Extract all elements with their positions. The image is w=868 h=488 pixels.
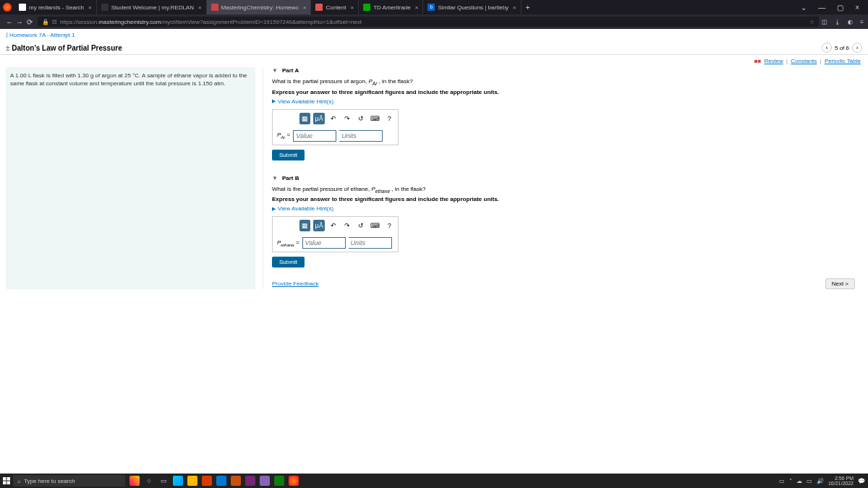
bookmark-icon[interactable]: ☆: [809, 19, 814, 25]
tray-app-icon[interactable]: ▭: [779, 478, 785, 484]
close-button[interactable]: ×: [849, 4, 865, 12]
new-tab-button[interactable]: +: [522, 4, 535, 12]
redo-button[interactable]: ↷: [341, 113, 352, 124]
close-icon[interactable]: ×: [350, 4, 354, 11]
close-icon[interactable]: ×: [303, 4, 307, 11]
reset-button[interactable]: ↺: [356, 220, 367, 231]
lock-icon: 🔒: [42, 19, 49, 25]
explorer-icon[interactable]: [187, 476, 197, 486]
tab-label: TD Ameritrade: [373, 4, 411, 11]
task-view-icon[interactable]: ▭: [158, 476, 169, 486]
caret-down-icon: ▼: [272, 67, 278, 74]
pocket-icon[interactable]: ◫: [822, 19, 827, 25]
part-b-hints[interactable]: View Available Hint(s): [272, 205, 862, 212]
periodic-table-link[interactable]: Periodic Table: [825, 58, 861, 64]
search-placeholder: Type here to search: [24, 478, 75, 484]
forward-button[interactable]: →: [14, 18, 25, 26]
part-b-submit-button[interactable]: Submit: [272, 257, 305, 267]
part-a-submit-button[interactable]: Submit: [272, 150, 305, 160]
help-button[interactable]: ?: [384, 220, 395, 231]
back-button[interactable]: ←: [4, 18, 14, 26]
office-icon[interactable]: [202, 476, 212, 486]
part-a-value-input[interactable]: [293, 130, 336, 142]
browser-nav-bar: ← → ⟳ 🔒 ⊟ https://session.masteringchemi…: [0, 14, 868, 29]
breadcrumb-link[interactable]: Homework 7A - Attempt 1: [6, 32, 75, 38]
news-icon[interactable]: [129, 476, 140, 486]
time-text: 2:56 PM: [828, 476, 854, 481]
tab-mastering[interactable]: MasteringChemistry: Homewo ×: [207, 0, 312, 14]
notifications-icon[interactable]: 💬: [858, 478, 865, 484]
close-icon[interactable]: ×: [88, 4, 92, 11]
help-button[interactable]: ?: [384, 113, 395, 124]
grid-icon: [101, 4, 109, 11]
close-icon[interactable]: ×: [513, 4, 516, 11]
part-b-header[interactable]: ▼ Part B: [272, 175, 862, 181]
volume-icon[interactable]: 🔊: [817, 478, 824, 484]
part-b-units-input[interactable]: [349, 237, 392, 249]
chevron-up-icon[interactable]: ˄: [789, 478, 792, 484]
tab-search[interactable]: my redlands - Search ×: [14, 0, 97, 14]
part-b-toolbar: ▦ μÅ ↶ ↷ ↺ ⌨ ?: [273, 217, 398, 234]
keyboard-button[interactable]: ⌨: [370, 220, 380, 231]
reset-button[interactable]: ↺: [356, 113, 367, 124]
cortana-icon[interactable]: ○: [144, 476, 154, 486]
part-a-units-input[interactable]: [339, 130, 383, 142]
keyboard-button[interactable]: ⌨: [370, 113, 380, 124]
next-page-button[interactable]: ›: [852, 43, 862, 53]
tab-td[interactable]: TD Ameritrade ×: [359, 0, 423, 14]
part-a-hints[interactable]: View Available Hint(s): [272, 98, 862, 105]
chevron-down-icon[interactable]: ⌄: [795, 4, 812, 12]
part-b-title: Part B: [282, 175, 299, 181]
app-icon[interactable]: [231, 476, 241, 486]
taskbar-search[interactable]: ⌕ Type here to search: [13, 475, 125, 487]
firefox-taskbar-icon[interactable]: [289, 476, 299, 486]
firefox-icon: [3, 3, 12, 12]
undo-button[interactable]: ↶: [328, 113, 339, 124]
menu-icon[interactable]: ≡: [860, 19, 864, 25]
svg-rect-3: [7, 481, 11, 485]
bartleby-icon: b: [427, 4, 435, 11]
part-a-variable: PAr =: [277, 132, 290, 140]
prev-button[interactable]: ‹: [822, 43, 832, 53]
template-button[interactable]: ▦: [299, 220, 310, 231]
close-icon[interactable]: ×: [415, 4, 419, 11]
url-bar[interactable]: 🔒 ⊟ https://session.masteringchemistry.c…: [38, 17, 819, 27]
xbox-icon[interactable]: [274, 476, 284, 486]
start-button[interactable]: [0, 474, 13, 487]
undo-button[interactable]: ↶: [328, 220, 339, 231]
tab-label: Student Welcome | my.REDLAN: [111, 4, 194, 11]
windows-taskbar: ⌕ Type here to search ○ ▭ ▭ ˄ ☁ ▭ 🔊 2:56…: [0, 474, 868, 488]
review-link[interactable]: Review: [765, 58, 783, 64]
onedrive-icon[interactable]: ☁: [796, 478, 802, 484]
app2-icon[interactable]: [245, 476, 255, 486]
provide-feedback-link[interactable]: Provide Feedback: [272, 281, 318, 287]
template-button[interactable]: ▦: [299, 113, 310, 124]
download-icon[interactable]: ⭳: [835, 19, 841, 25]
pager: ‹ 5 of 6 ›: [822, 43, 862, 53]
edge-icon[interactable]: [173, 476, 183, 486]
account-icon[interactable]: ◐: [848, 19, 853, 25]
redo-button[interactable]: ↷: [341, 220, 352, 231]
part-b-instructions: Express your answer to three significant…: [272, 196, 862, 202]
constants-link[interactable]: Constants: [791, 58, 817, 64]
teams-icon[interactable]: [260, 476, 270, 486]
browser-tab-bar: my redlands - Search × Student Welcome |…: [0, 0, 868, 14]
symbol-button[interactable]: μÅ: [313, 113, 324, 124]
battery-icon[interactable]: ▭: [807, 478, 812, 484]
tab-content[interactable]: Content ×: [311, 0, 359, 14]
clock[interactable]: 2:56 PM 10/21/2022: [828, 476, 854, 486]
next-button[interactable]: Next >: [825, 278, 855, 289]
part-b-value-input[interactable]: [302, 237, 346, 249]
part-a-answer-box: ▦ μÅ ↶ ↷ ↺ ⌨ ? PAr =: [272, 109, 399, 145]
close-icon[interactable]: ×: [198, 4, 202, 11]
url-path: /myct/itemView?assignmentProblemID=19159…: [161, 19, 361, 25]
maximize-button[interactable]: ▢: [831, 4, 849, 12]
mail-icon[interactable]: [216, 476, 226, 486]
tab-bartleby[interactable]: b Similar Questions | bartleby ×: [423, 0, 521, 14]
symbol-button[interactable]: μÅ: [313, 220, 324, 231]
minimize-button[interactable]: —: [812, 4, 831, 12]
reload-button[interactable]: ⟳: [25, 18, 35, 26]
part-a-instructions: Express your answer to three significant…: [272, 89, 862, 95]
part-a-header[interactable]: ▼ Part A: [272, 67, 862, 74]
tab-redlands[interactable]: Student Welcome | my.REDLAN ×: [97, 0, 207, 14]
